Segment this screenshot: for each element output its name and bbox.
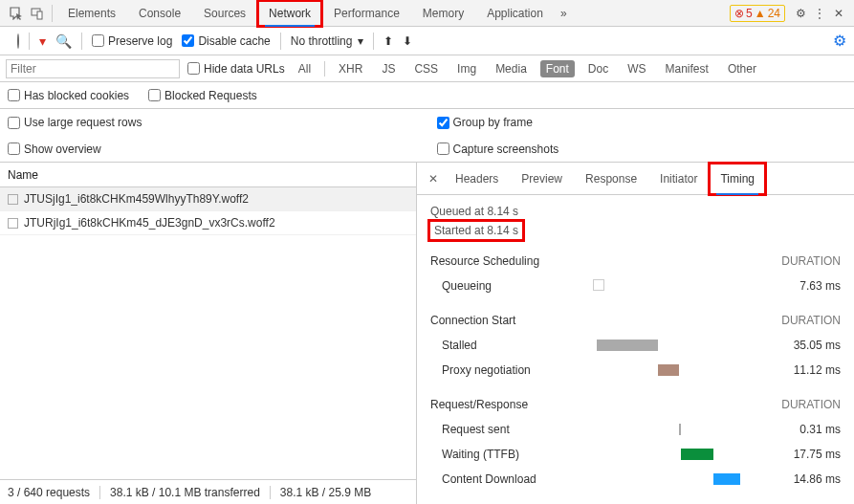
search-icon[interactable]: 🔍	[55, 33, 72, 49]
section-connection-start: Connection StartDURATION Stalled 35.05 m…	[430, 314, 841, 383]
row-request-sent: Request sent 0.31 ms	[430, 417, 841, 442]
name-column-header[interactable]: Name	[0, 163, 416, 187]
ttfb-bar	[681, 449, 713, 460]
filter-type-manifest[interactable]: Manifest	[660, 60, 714, 77]
hide-data-urls-checkbox[interactable]: Hide data URLs	[187, 62, 285, 76]
transferred-size: 38.1 kB / 10.1 MB transferred	[110, 486, 271, 499]
more-tabs-icon[interactable]: »	[555, 7, 573, 20]
section-request-response: Request/ResponseDURATION Request sent 0.…	[430, 398, 841, 492]
has-blocked-cookies-checkbox[interactable]: Has blocked cookies	[8, 89, 129, 102]
blocked-requests-checkbox[interactable]: Blocked Requests	[148, 89, 257, 102]
filter-type-other[interactable]: Other	[722, 60, 762, 77]
upload-har-icon[interactable]: ⬆	[383, 34, 393, 48]
tab-timing[interactable]: Timing	[709, 163, 766, 195]
tab-sources[interactable]: Sources	[192, 0, 257, 27]
queueing-marker	[593, 279, 604, 291]
network-toolbar: ▾ 🔍 Preserve log Disable cache No thrott…	[0, 27, 854, 55]
tab-initiator[interactable]: Initiator	[648, 163, 709, 195]
detail-pane: ✕ Headers Preview Response Initiator Tim…	[417, 163, 854, 504]
network-settings-icon[interactable]: ⚙	[833, 32, 846, 50]
request-list: JTUSjIg1_i6t8kCHKm459WlhyyTh89Y.woff2 JT…	[0, 187, 416, 479]
timing-body: Queued at 8.14 s Started at 8.14 s Resou…	[417, 195, 854, 504]
main-split: Name JTUSjIg1_i6t8kCHKm459WlhyyTh89Y.wof…	[0, 163, 854, 504]
file-icon	[8, 194, 18, 205]
row-stalled: Stalled 35.05 ms	[430, 333, 841, 358]
filter-type-xhr[interactable]: XHR	[333, 60, 368, 77]
row-content-download: Content Download 14.86 ms	[430, 467, 841, 492]
device-toggle-icon[interactable]	[27, 3, 48, 24]
chevron-down-icon: ▾	[358, 34, 363, 48]
capture-screenshots-checkbox[interactable]: Capture screenshots	[437, 142, 847, 156]
filter-type-ws[interactable]: WS	[622, 60, 651, 77]
request-row[interactable]: JTUSjIg1_i6t8kCHKm459WlhyyTh89Y.woff2	[0, 187, 416, 211]
show-overview-checkbox[interactable]: Show overview	[8, 142, 418, 156]
sent-bar	[679, 424, 681, 435]
request-list-pane: Name JTUSjIg1_i6t8kCHKm459WlhyyTh89Y.wof…	[0, 163, 417, 504]
file-icon	[8, 218, 18, 229]
started-at: Started at 8.14 s	[430, 222, 522, 239]
divider	[52, 5, 53, 22]
filter-icon[interactable]: ▾	[39, 33, 46, 49]
group-by-frame-checkbox[interactable]: Group by frame	[437, 116, 847, 129]
filter-type-media[interactable]: Media	[490, 60, 533, 77]
filter-type-css[interactable]: CSS	[408, 60, 444, 77]
clear-icon[interactable]	[17, 34, 19, 48]
kebab-icon[interactable]: ⋮	[810, 7, 829, 20]
tab-preview[interactable]: Preview	[510, 163, 574, 195]
large-rows-checkbox[interactable]: Use large request rows	[8, 116, 418, 129]
blocked-options-row: Has blocked cookies Blocked Requests	[0, 82, 854, 109]
proxy-bar	[658, 364, 679, 376]
divider	[280, 33, 281, 50]
disable-cache-checkbox[interactable]: Disable cache	[182, 34, 270, 48]
tab-application[interactable]: Application	[475, 0, 555, 27]
filter-type-img[interactable]: Img	[451, 60, 482, 77]
tab-memory[interactable]: Memory	[411, 0, 475, 27]
section-resource-scheduling: Resource SchedulingDURATION Queueing 7.6…	[430, 254, 841, 298]
row-proxy: Proxy negotiation 11.12 ms	[430, 358, 841, 383]
status-bar: 3 / 640 requests 38.1 kB / 10.1 MB trans…	[0, 479, 416, 504]
download-har-icon[interactable]: ⬇	[403, 34, 412, 48]
preserve-log-checkbox[interactable]: Preserve log	[92, 34, 172, 48]
filter-type-font[interactable]: Font	[540, 60, 575, 77]
detail-tabs: ✕ Headers Preview Response Initiator Tim…	[417, 163, 854, 195]
settings-icon[interactable]: ⚙	[791, 7, 810, 20]
tab-performance[interactable]: Performance	[322, 0, 411, 27]
filter-type-doc[interactable]: Doc	[582, 60, 614, 77]
requests-count: 3 / 640 requests	[8, 486, 100, 499]
devtools-top-bar: Elements Console Sources Network Perform…	[0, 0, 854, 27]
tab-network[interactable]: Network	[257, 0, 322, 27]
download-bar	[713, 473, 740, 485]
divider	[324, 61, 325, 77]
issues-badge[interactable]: ⊗ 5 ▲ 24	[730, 5, 785, 22]
request-row[interactable]: JTURjIg1_i6t8kCHKm45_dJE3gnD_vx3rCs.woff…	[0, 211, 416, 235]
throttling-select[interactable]: No throttling▾	[291, 34, 364, 48]
resources-size: 38.1 kB / 25.9 MB	[280, 486, 381, 499]
divider	[373, 33, 374, 50]
queued-at: Queued at 8.14 s	[430, 205, 841, 218]
filter-type-js[interactable]: JS	[376, 60, 401, 77]
filter-row: Hide data URLs All XHR JS CSS Img Media …	[0, 55, 854, 82]
divider	[29, 33, 30, 50]
stalled-bar	[597, 340, 658, 351]
row-waiting-ttfb: Waiting (TTFB) 17.75 ms	[430, 442, 841, 467]
warning-icon: ▲	[755, 7, 766, 20]
filter-input[interactable]	[6, 59, 180, 78]
inspect-icon[interactable]	[6, 3, 27, 24]
filter-type-all[interactable]: All	[293, 60, 317, 77]
divider	[81, 33, 82, 50]
view-options-row-2: Show overview Capture screenshots	[0, 136, 854, 163]
view-options-row-1: Use large request rows Group by frame	[0, 109, 854, 136]
tab-elements[interactable]: Elements	[56, 0, 127, 27]
error-icon: ⊗	[734, 7, 744, 20]
tab-headers[interactable]: Headers	[444, 163, 510, 195]
row-queueing: Queueing 7.63 ms	[430, 274, 841, 298]
tab-response[interactable]: Response	[574, 163, 648, 195]
close-icon[interactable]: ✕	[829, 7, 848, 20]
svg-rect-1	[37, 11, 42, 19]
tab-console[interactable]: Console	[127, 0, 192, 27]
close-detail-icon[interactable]: ✕	[423, 172, 444, 186]
